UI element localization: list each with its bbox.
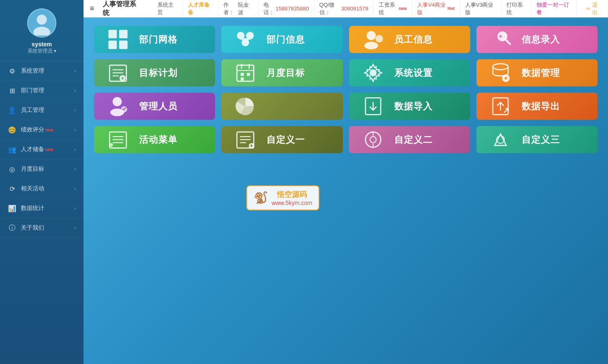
profile-username: system bbox=[32, 41, 52, 48]
hrv4-label: 人事V4商业版 bbox=[417, 1, 448, 16]
sidebar-item-dept-mgmt[interactable]: ⊞ 部门管理 › bbox=[0, 81, 84, 101]
salary-label: 工资系统 bbox=[379, 1, 398, 16]
nav-salary[interactable]: 工资系统 new bbox=[374, 0, 412, 18]
tile-label-custom-one: 自定义一 bbox=[266, 134, 305, 146]
sidebar-icon-emp-mgmt: 👤 bbox=[8, 106, 17, 115]
tile-pie-chart[interactable] bbox=[221, 93, 342, 120]
watermark: 🐒 悟空源码 www.5kym.com bbox=[246, 185, 319, 210]
sidebar-icon-talent-store: 👥 bbox=[8, 145, 17, 154]
tile-label-activity-menu: 活动菜单 bbox=[139, 134, 177, 146]
tile-label-custom-two: 自定义二 bbox=[394, 134, 433, 146]
svg-point-12 bbox=[364, 42, 378, 49]
nav-hrv3[interactable]: 人事V3商业版 bbox=[460, 0, 502, 18]
sidebar-item-emp-mgmt[interactable]: 👤 员工管理 › bbox=[0, 101, 84, 120]
tile-activity-menu[interactable]: 活动菜单 bbox=[94, 126, 215, 153]
tile-icon-monthly-target bbox=[232, 59, 259, 86]
svg-rect-31 bbox=[241, 78, 244, 81]
nav-author: 作者： 阮金波 bbox=[218, 0, 258, 18]
sidebar-item-about[interactable]: ⓘ 关于我们 › bbox=[0, 218, 84, 238]
tile-custom-three[interactable]: 自定义三 bbox=[476, 126, 598, 153]
sidebar-item-system-mgmt[interactable]: ⚙ 系统管理 › bbox=[0, 61, 84, 81]
chevron-icon-dept-mgmt: › bbox=[74, 88, 76, 94]
salary-badge: new bbox=[399, 6, 407, 11]
chevron-icon-emp-mgmt: › bbox=[74, 107, 76, 113]
svg-rect-30 bbox=[247, 73, 250, 76]
tile-dept-info[interactable]: 部门信息 bbox=[221, 26, 342, 53]
tile-icon-dept-grid bbox=[104, 26, 132, 53]
sidebar-item-activities[interactable]: ⟳ 相关活动 › bbox=[0, 179, 84, 199]
tile-custom-one[interactable]: 自定义一 bbox=[221, 126, 342, 153]
tile-data-export[interactable]: 数据导出 bbox=[476, 93, 598, 120]
sidebar-label-emp-mgmt: 员工管理 bbox=[21, 106, 44, 114]
tile-icon-custom-two bbox=[360, 126, 387, 153]
tile-info-entry[interactable]: 信息录入 bbox=[476, 26, 598, 53]
svg-line-10 bbox=[246, 39, 250, 40]
nav-qq: QQ/微信： 309091579 bbox=[314, 0, 374, 18]
hamburger-icon[interactable]: ≡ bbox=[90, 4, 94, 13]
tile-icon-emp-info bbox=[360, 26, 387, 53]
sidebar-item-left: 😊 绩效评分new bbox=[8, 125, 53, 134]
sidebar-icon-activities: ⟳ bbox=[8, 184, 17, 193]
hrv4-badge: Hot bbox=[448, 6, 455, 11]
tile-icon-custom-one bbox=[232, 126, 259, 153]
tile-custom-two[interactable]: 自定义二 bbox=[349, 126, 470, 153]
svg-rect-3 bbox=[119, 30, 127, 38]
svg-point-0 bbox=[37, 15, 47, 25]
tile-sys-settings[interactable]: 系统设置 bbox=[349, 59, 470, 86]
svg-point-1 bbox=[33, 27, 50, 35]
sidebar-label-about: 关于我们 bbox=[21, 224, 44, 232]
tile-icon-info-entry bbox=[487, 26, 514, 53]
watermark-box: 🐒 悟空源码 www.5kym.com bbox=[246, 185, 319, 210]
sidebar-label-data-stats: 数据统计 bbox=[21, 205, 44, 212]
svg-point-37 bbox=[113, 97, 122, 106]
sidebar-label-talent-store: 人才储备new bbox=[21, 146, 53, 153]
sidebar-item-monthly-goal[interactable]: ◎ 月度目标 › bbox=[0, 159, 84, 179]
wukong-logo-icon: 🐒 bbox=[253, 191, 268, 205]
nav-subscribe[interactable]: 独爱一对一订餐 bbox=[532, 0, 577, 18]
author-label: 作者： bbox=[223, 1, 238, 16]
nav-home[interactable]: 系统主页 bbox=[152, 0, 183, 18]
print-label: 打印系统 bbox=[507, 1, 527, 16]
tile-label-emp-info: 员工信息 bbox=[394, 33, 433, 46]
phone-label: 电话： bbox=[263, 1, 276, 16]
sidebar-item-left: 📊 数据统计 bbox=[8, 204, 44, 213]
topbar: ≡ 人事管理系统 系统主页 人才库备备 作者： 阮金波 电话： 15887835… bbox=[84, 0, 608, 18]
tile-emp-info[interactable]: 员工信息 bbox=[349, 26, 470, 53]
tile-icon-target-plan bbox=[104, 59, 132, 86]
sidebar-item-left: ⟳ 相关活动 bbox=[8, 184, 44, 193]
sidebar-item-perf-eval[interactable]: 😊 绩效评分new › bbox=[0, 120, 84, 140]
tile-label-data-import: 数据导入 bbox=[394, 100, 433, 113]
svg-point-32 bbox=[370, 69, 377, 76]
phone-value: 15887835880 bbox=[276, 5, 309, 12]
tile-label-monthly-target: 月度目标 bbox=[266, 67, 305, 79]
badge-perf-eval: new bbox=[45, 128, 53, 132]
qq-value: 309091579 bbox=[341, 5, 368, 12]
sidebar-item-talent-store[interactable]: 👥 人才储备new › bbox=[0, 140, 84, 159]
svg-rect-2 bbox=[109, 30, 117, 38]
nav-talent[interactable]: 人才库备备 bbox=[183, 0, 218, 18]
sidebar-item-data-stats[interactable]: 📊 数据统计 › bbox=[0, 199, 84, 218]
tile-data-import[interactable]: 数据导入 bbox=[349, 93, 470, 120]
sidebar-label-perf-eval: 绩效评分new bbox=[21, 126, 53, 134]
sidebar-icon-monthly-goal: ◎ bbox=[8, 164, 17, 174]
nav-hrv4[interactable]: 人事V4商业版 Hot bbox=[412, 0, 460, 18]
sidebar-icon-dept-mgmt: ⊞ bbox=[8, 86, 17, 95]
watermark-line1: 悟空源码 bbox=[271, 190, 312, 200]
svg-point-7 bbox=[246, 32, 254, 39]
tile-monthly-target[interactable]: 月度目标 bbox=[221, 59, 342, 86]
tile-icon-custom-three bbox=[487, 126, 514, 153]
sidebar-icon-data-stats: 📊 bbox=[8, 204, 17, 213]
svg-point-8 bbox=[242, 39, 249, 46]
profile-role[interactable]: 系统管理员 bbox=[28, 48, 56, 55]
tile-target-plan[interactable]: 目标计划 bbox=[94, 59, 215, 86]
tile-label-dept-grid: 部门网格 bbox=[139, 33, 177, 46]
topbar-nav: 系统主页 人才库备备 作者： 阮金波 电话： 15887835880 QQ/微信… bbox=[152, 0, 577, 18]
tile-dept-grid[interactable]: 部门网格 bbox=[94, 26, 215, 53]
tile-label-custom-three: 自定义三 bbox=[522, 134, 560, 146]
logout-button[interactable]: ⇒ 退出 bbox=[585, 1, 602, 16]
nav-print[interactable]: 打印系统 bbox=[502, 0, 532, 18]
svg-line-9 bbox=[241, 39, 246, 40]
tile-label-info-entry: 信息录入 bbox=[522, 33, 560, 46]
tile-admin-person[interactable]: 管理人员 bbox=[94, 93, 215, 120]
tile-data-mgmt[interactable]: 数据管理 bbox=[476, 59, 598, 86]
